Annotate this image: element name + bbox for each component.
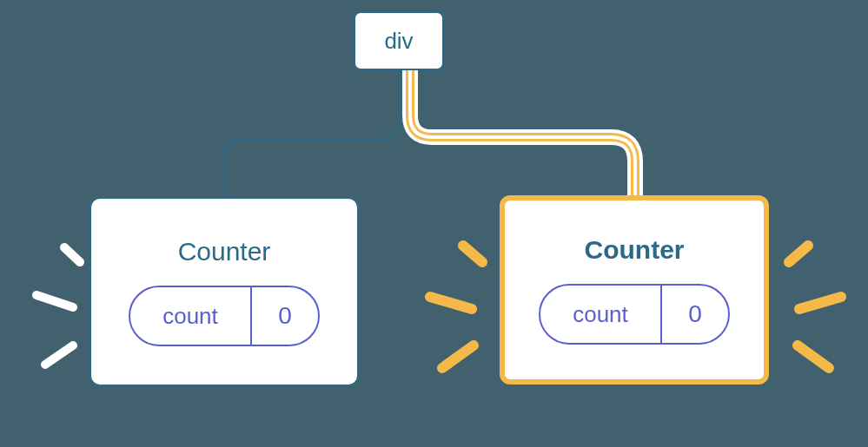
svg-line-6 (789, 246, 808, 262)
counter-node-right: Counter count 0 (500, 195, 769, 385)
svg-line-3 (463, 246, 482, 262)
state-value-right: 0 (662, 286, 728, 343)
svg-line-1 (36, 295, 73, 307)
state-pill-left: count 0 (129, 286, 320, 346)
root-node: div (354, 11, 444, 70)
svg-line-2 (45, 345, 73, 365)
state-pill-right: count 0 (539, 284, 730, 345)
svg-line-5 (442, 345, 474, 368)
state-value-left: 0 (252, 287, 318, 345)
diagram-canvas: div Counter count 0 Counter count 0 (0, 0, 868, 447)
burst-orange-right-icon (773, 233, 868, 398)
state-label-right: count (540, 286, 662, 343)
svg-line-0 (64, 247, 80, 262)
burst-white-icon (12, 234, 90, 391)
state-label-left: count (130, 287, 252, 345)
counter-node-left: Counter count 0 (89, 197, 359, 386)
counter-title-left: Counter (178, 237, 271, 266)
svg-line-7 (799, 297, 841, 309)
burst-orange-left-icon (411, 233, 498, 398)
root-label: div (384, 28, 413, 55)
svg-line-4 (430, 297, 472, 309)
svg-line-8 (798, 345, 829, 368)
counter-title-right: Counter (585, 235, 685, 265)
